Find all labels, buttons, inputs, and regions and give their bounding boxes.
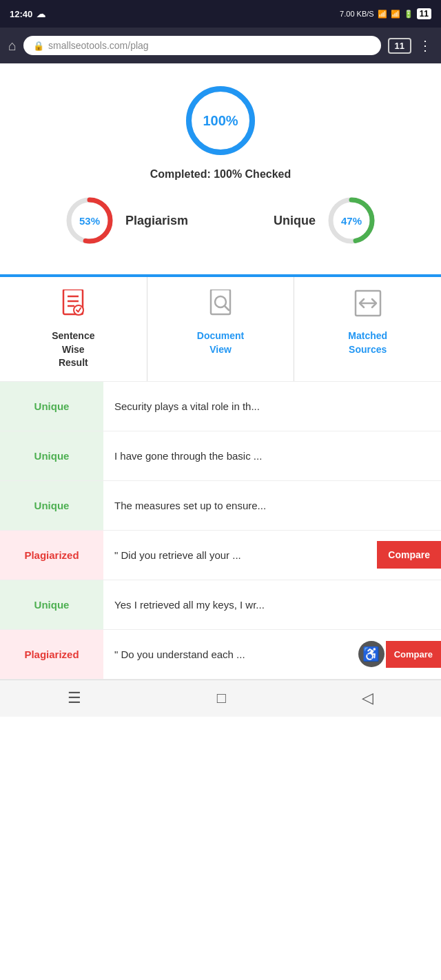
sentence-icon bbox=[61, 289, 85, 323]
unique-label: Unique bbox=[274, 214, 316, 228]
unique-circle: 47% bbox=[325, 194, 378, 247]
results-list: Unique Security plays a vital role in th… bbox=[0, 382, 441, 680]
bottom-nav: ☰ □ ◁ bbox=[0, 680, 441, 717]
compare-wrap-2: ♿ Compare bbox=[358, 641, 441, 668]
result-badge-plagiarized: Plagiarized bbox=[0, 630, 103, 679]
status-right: 7.00 KB/S 📶 📶 🔋 11 bbox=[340, 8, 431, 19]
browser-bar: ⌂ 🔒 smallseotools.com/plag 11 ⋮ bbox=[0, 28, 441, 63]
result-badge-unique: Unique bbox=[0, 580, 103, 629]
result-badge-unique: Unique bbox=[0, 481, 103, 530]
nav-back-icon[interactable]: ◁ bbox=[362, 689, 373, 707]
plagiarism-stat: 53% Plagiarism bbox=[63, 194, 188, 247]
tab-document-label: DocumentView bbox=[197, 329, 244, 356]
result-row: Unique Yes I retrieved all my keys, I wr… bbox=[0, 580, 441, 630]
matched-icon bbox=[354, 289, 382, 323]
unique-percent: 47% bbox=[341, 215, 362, 227]
signal-icon: 📶 bbox=[391, 10, 400, 19]
lock-icon: 🔒 bbox=[33, 41, 44, 51]
result-badge-plagiarized: Plagiarized bbox=[0, 531, 103, 580]
tab-document[interactable]: DocumentView bbox=[147, 277, 295, 381]
svg-rect-11 bbox=[211, 289, 230, 314]
plagiarism-label: Plagiarism bbox=[125, 214, 188, 228]
result-row: Plagiarized " Did you retrieve all your … bbox=[0, 531, 441, 580]
compare-button-2[interactable]: Compare bbox=[386, 641, 441, 668]
progress-section: 100% Completed: 100% Checked 53% Plagiar… bbox=[0, 63, 441, 267]
status-bar: 12:40 ☁ 7.00 KB/S 📶 📶 🔋 11 bbox=[0, 0, 441, 28]
battery-icon: 🔋 bbox=[404, 10, 413, 19]
result-text: " Do you understand each ... bbox=[103, 637, 358, 671]
result-badge-unique: Unique bbox=[0, 382, 103, 431]
menu-dots[interactable]: ⋮ bbox=[418, 37, 433, 54]
completed-text: Completed: 100% Checked bbox=[150, 168, 291, 181]
plagiarism-percent: 53% bbox=[79, 215, 100, 227]
tab-sentence-label: SentenceWiseResult bbox=[52, 329, 94, 370]
result-text: The measures set up to ensure... bbox=[103, 489, 441, 522]
result-text: I have gone through the basic ... bbox=[103, 439, 441, 473]
url-bar[interactable]: 🔒 smallseotools.com/plag bbox=[23, 36, 380, 55]
home-icon[interactable]: ⌂ bbox=[8, 38, 17, 54]
nav-home-icon[interactable]: □ bbox=[217, 689, 226, 707]
unique-stat: Unique 47% bbox=[274, 194, 378, 247]
url-text: smallseotools.com/plag bbox=[48, 40, 149, 51]
plagiarism-circle: 53% bbox=[63, 194, 116, 247]
tab-matched-label: MatchedSources bbox=[348, 329, 387, 356]
document-icon bbox=[208, 289, 233, 323]
result-row: Unique The measures set up to ensure... bbox=[0, 481, 441, 531]
time-display: 12:40 bbox=[10, 9, 32, 19]
stats-row: 53% Plagiarism Unique 47% bbox=[14, 194, 427, 247]
speed-display: 7.00 KB/S bbox=[340, 10, 374, 18]
result-row: Unique I have gone through the basic ... bbox=[0, 431, 441, 481]
result-text: " Did you retrieve all your ... bbox=[103, 538, 377, 572]
floating-area: ♿ Compare bbox=[358, 641, 441, 668]
compare-button[interactable]: Compare bbox=[377, 541, 441, 569]
nav-menu-icon[interactable]: ☰ bbox=[68, 689, 81, 707]
tab-count[interactable]: 11 bbox=[388, 38, 411, 54]
wifi-icon: 📶 bbox=[378, 10, 387, 19]
result-row: Plagiarized " Do you understand each ...… bbox=[0, 630, 441, 680]
result-text: Yes I retrieved all my keys, I wr... bbox=[103, 588, 441, 622]
main-progress-circle: 100% bbox=[183, 83, 258, 159]
tab-sentence[interactable]: SentenceWiseResult bbox=[0, 277, 147, 381]
battery-level: 11 bbox=[417, 8, 431, 19]
result-row: Unique Security plays a vital role in th… bbox=[0, 382, 441, 431]
main-content: 100% Completed: 100% Checked 53% Plagiar… bbox=[0, 63, 441, 680]
main-percent-text: 100% bbox=[203, 113, 238, 129]
cloud-icon: ☁ bbox=[37, 9, 45, 19]
status-left: 12:40 ☁ bbox=[10, 9, 45, 19]
result-text: Security plays a vital role in th... bbox=[103, 389, 441, 423]
compare-wrap: Compare bbox=[377, 541, 441, 569]
accessibility-icon[interactable]: ♿ bbox=[358, 641, 384, 667]
tab-matched[interactable]: MatchedSources bbox=[294, 277, 441, 381]
tab-section: SentenceWiseResult DocumentView bbox=[0, 277, 441, 382]
result-badge-unique: Unique bbox=[0, 431, 103, 480]
